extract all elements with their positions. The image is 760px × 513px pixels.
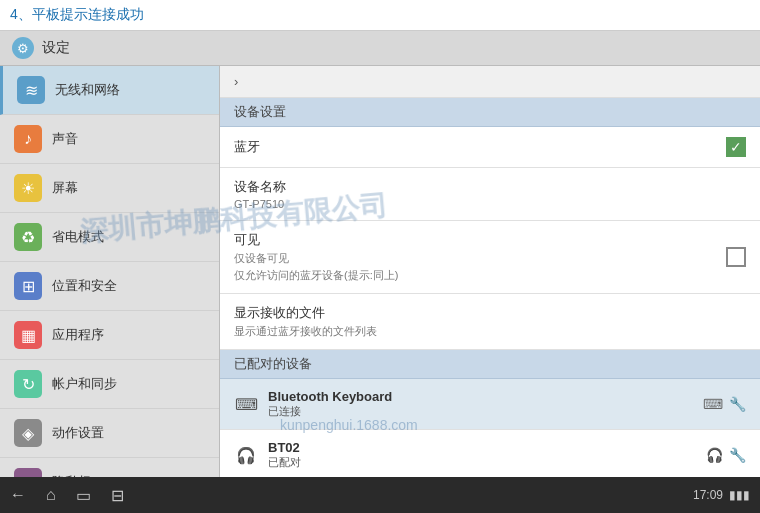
sidebar-item-sound[interactable]: ♪ 声音 <box>0 115 219 164</box>
device-info-0: Bluetooth Keyboard 已连接 <box>268 389 693 419</box>
device-icon-0: ⌨ <box>234 392 258 416</box>
settings-icon: ⚙ <box>12 37 34 59</box>
sidebar-item-location[interactable]: ⊞ 位置和安全 <box>0 262 219 311</box>
paired-device-row-0[interactable]: ⌨ Bluetooth Keyboard 已连接 ⌨🔧 <box>220 379 760 430</box>
nav-recent-button[interactable]: ▭ <box>76 486 91 505</box>
battery-indicator: ▮▮▮ <box>729 488 750 502</box>
device-icon-1: 🎧 <box>234 443 258 467</box>
sidebar-label-power: 省电模式 <box>52 228 104 246</box>
section-device-settings: 设备设置 <box>220 98 760 127</box>
bottom-nav: ← ⌂ ▭ ⊟ <box>10 486 124 505</box>
device-info-1: BT02 已配对 <box>268 440 696 470</box>
device-name-1: BT02 <box>268 440 696 455</box>
sidebar-item-apps[interactable]: ▦ 应用程序 <box>0 311 219 360</box>
device-action-1-0[interactable]: 🎧 <box>706 447 723 463</box>
bluetooth-checkbox[interactable]: ✓ <box>726 137 746 157</box>
sidebar-icon-location: ⊞ <box>14 272 42 300</box>
device-name-label: 设备名称 <box>234 178 286 196</box>
bluetooth-label: 蓝牙 <box>234 138 260 156</box>
breadcrumb: › <box>220 66 760 98</box>
device-status-1: 已配对 <box>268 455 696 470</box>
settings-title: 设定 <box>42 39 70 57</box>
nav-home-button[interactable]: ⌂ <box>46 486 56 505</box>
sidebar-item-privacy[interactable]: ▦ 隐私权 <box>0 458 219 477</box>
device-name-row: 设备名称 GT-P7510 <box>220 168 760 221</box>
device-action-1-1[interactable]: 🔧 <box>729 447 746 463</box>
sidebar-icon-screen: ☀ <box>14 174 42 202</box>
nav-back-button[interactable]: ← <box>10 486 26 505</box>
show-files-sublabel: 显示通过蓝牙接收的文件列表 <box>234 324 377 339</box>
sidebar-label-wireless: 无线和网络 <box>55 81 120 99</box>
bottom-bar: ← ⌂ ▭ ⊟ 17:09 ▮▮▮ <box>0 477 760 513</box>
top-title-text: 4、平板提示连接成功 <box>10 6 144 22</box>
sidebar-icon-privacy: ▦ <box>14 468 42 477</box>
paired-device-row-1[interactable]: 🎧 BT02 已配对 🎧🔧 <box>220 430 760 477</box>
sidebar-icon-wireless: ≋ <box>17 76 45 104</box>
sidebar: ≋ 无线和网络 ♪ 声音 ☀ 屏幕 ♻ 省电模式 ⊞ 位置和安全 ▦ 应用程序 … <box>0 66 220 477</box>
sidebar-icon-accounts: ↻ <box>14 370 42 398</box>
device-action-0-1[interactable]: 🔧 <box>729 396 746 412</box>
sidebar-icon-apps: ▦ <box>14 321 42 349</box>
show-files-row[interactable]: 显示接收的文件 显示通过蓝牙接收的文件列表 <box>220 294 760 350</box>
sidebar-label-apps: 应用程序 <box>52 326 104 344</box>
device-status-0: 已连接 <box>268 404 693 419</box>
section-paired-devices: 已配对的设备 <box>220 350 760 379</box>
sidebar-item-wireless[interactable]: ≋ 无线和网络 <box>0 66 219 115</box>
sidebar-item-accounts[interactable]: ↻ 帐户和同步 <box>0 360 219 409</box>
visible-sublabel1: 仅设备可见 <box>234 251 398 266</box>
bluetooth-row[interactable]: 蓝牙 ✓ <box>220 127 760 168</box>
settings-header: ⚙ 设定 <box>0 31 760 66</box>
device-name-0: Bluetooth Keyboard <box>268 389 693 404</box>
visible-label: 可见 <box>234 231 398 249</box>
right-panel: › 设备设置 蓝牙 ✓ 设备名称 GT-P7510 可见 仅设备可见 <box>220 66 760 477</box>
device-name-value: GT-P7510 <box>234 198 286 210</box>
device-actions-1: 🎧🔧 <box>706 447 746 463</box>
sidebar-icon-power: ♻ <box>14 223 42 251</box>
page-top-title: 4、平板提示连接成功 <box>0 0 760 31</box>
sidebar-icon-motion: ◈ <box>14 419 42 447</box>
time-display: 17:09 <box>693 488 723 502</box>
sidebar-label-screen: 屏幕 <box>52 179 78 197</box>
visible-sublabel2: 仅允许访问的蓝牙设备(提示:同上) <box>234 268 398 283</box>
show-files-label: 显示接收的文件 <box>234 304 377 322</box>
sidebar-item-screen[interactable]: ☀ 屏幕 <box>0 164 219 213</box>
sidebar-label-motion: 动作设置 <box>52 424 104 442</box>
sidebar-item-power[interactable]: ♻ 省电模式 <box>0 213 219 262</box>
sidebar-label-accounts: 帐户和同步 <box>52 375 117 393</box>
main-area: ≋ 无线和网络 ♪ 声音 ☀ 屏幕 ♻ 省电模式 ⊞ 位置和安全 ▦ 应用程序 … <box>0 66 760 477</box>
breadcrumb-separator: › <box>234 74 238 89</box>
sidebar-icon-sound: ♪ <box>14 125 42 153</box>
nav-settings-button[interactable]: ⊟ <box>111 486 124 505</box>
status-area: 17:09 ▮▮▮ <box>693 488 750 502</box>
device-actions-0: ⌨🔧 <box>703 396 746 412</box>
sidebar-item-motion[interactable]: ◈ 动作设置 <box>0 409 219 458</box>
device-action-0-0[interactable]: ⌨ <box>703 396 723 412</box>
visible-checkbox[interactable] <box>726 247 746 267</box>
sidebar-label-sound: 声音 <box>52 130 78 148</box>
sidebar-label-location: 位置和安全 <box>52 277 117 295</box>
paired-devices-list: ⌨ Bluetooth Keyboard 已连接 ⌨🔧 🎧 BT02 已配对 🎧… <box>220 379 760 477</box>
visible-row[interactable]: 可见 仅设备可见 仅允许访问的蓝牙设备(提示:同上) <box>220 221 760 294</box>
